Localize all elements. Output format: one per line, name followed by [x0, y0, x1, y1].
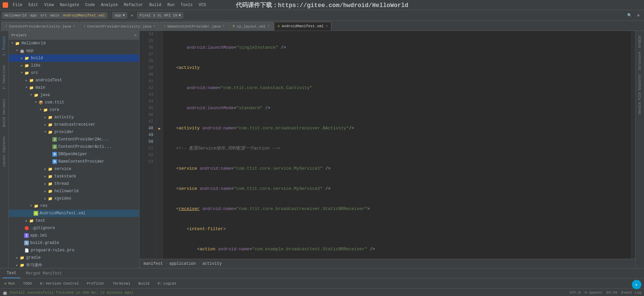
bottom-tab-vcs[interactable]: 9: Version Control: [38, 279, 81, 288]
project-breadcrumb[interactable]: HelloWorld › app › src › main › AndroidM…: [2, 12, 107, 18]
tree-appiml[interactable]: I app.iml: [9, 232, 139, 239]
tree-libs[interactable]: ▶ 📁 libs: [9, 62, 139, 69]
folder-icon-helloworld-pkg: 📁: [48, 188, 53, 194]
run-label: Run: [8, 282, 15, 286]
status-bar: 🤖 Install successfully finished in 456 m…: [0, 288, 644, 296]
bottom-tab-profiler[interactable]: Profiler: [85, 279, 107, 288]
tree-gradle2[interactable]: ▶ 📁 gradle: [9, 254, 139, 261]
tab-merged-manifest[interactable]: Merged Manifest: [22, 268, 66, 278]
status-line-col: 09:35: [606, 291, 618, 295]
app-dropdown[interactable]: app ▼: [112, 12, 127, 18]
tree-buildgradle[interactable]: G build.gradle: [9, 239, 139, 247]
menu-view[interactable]: View: [42, 2, 57, 8]
tab-label2: ContentProvider2Activity.java: [87, 25, 151, 29]
tab-close-btn[interactable]: ×: [73, 25, 75, 28]
tree-namecontentprovider[interactable]: N NameContentProvider: [9, 158, 139, 165]
tree-gitignore[interactable]: 🔴 .gitignore: [9, 224, 139, 232]
tree-src[interactable]: ▼ 📁 src: [9, 69, 139, 77]
run-button[interactable]: ▶: [128, 12, 136, 19]
tree-label-taskstack: taskstack: [54, 174, 76, 179]
menu-edit[interactable]: Edit: [26, 2, 41, 8]
status-indent[interactable]: 4 spaces: [585, 291, 602, 295]
tree-taskstack[interactable]: ▶ 📁 taskstack: [9, 173, 139, 180]
bottom-tab-run[interactable]: ▶ Run: [3, 279, 17, 288]
tree-helloworld[interactable]: ▼ 📁 HelloWorld: [9, 40, 139, 47]
tree-contentprovider[interactable]: J ContentProviderActi...: [9, 143, 139, 151]
sidebar-tab-favorites[interactable]: 2: Favorites: [2, 63, 7, 91]
sidebar-structure[interactable]: Structure: [637, 50, 642, 72]
tab-close-btn2[interactable]: ×: [153, 25, 155, 28]
tree-androidmanifest[interactable]: A AndroidManifest.xml: [9, 210, 139, 217]
tab-close-btn3[interactable]: ×: [223, 25, 225, 28]
tree-androidtest[interactable]: ▶ 📁 androidTest: [9, 77, 139, 84]
breadcrumb-activity[interactable]: activity: [202, 261, 222, 266]
menu-analyze[interactable]: Analyze: [98, 2, 120, 8]
tree-settings[interactable]: ⚙: [134, 33, 137, 37]
bottom-tab-todo[interactable]: TODO: [21, 279, 34, 288]
code-container[interactable]: 3435363738 3940414243 44454647 484950 51…: [140, 31, 635, 259]
tree-label-app: app: [26, 48, 34, 53]
tab-contentprovideractivity[interactable]: J ContentProviderActivity.java ×: [1, 22, 79, 31]
arrow-helloworld: ▼: [10, 42, 15, 45]
dropdown-arrow: ▼: [123, 13, 125, 17]
code-content[interactable]: android:launchMode="singleInstance" /> <…: [163, 31, 631, 259]
tree-app[interactable]: ▼ 🤖 app: [9, 47, 139, 54]
code-line-36: android:name="com.ttit.core.taskstack.Ca…: [166, 85, 629, 91]
bottom-tab-terminal[interactable]: Terminal: [111, 279, 132, 288]
tab-contentprovider2activity[interactable]: J ContentProvider2Activity.java ×: [79, 22, 159, 31]
tree-xgvideo[interactable]: ▶ 📁 xgvideo: [9, 195, 139, 202]
menu-tools[interactable]: Tools: [178, 2, 196, 8]
tree-activity[interactable]: ▶ 📁 activity: [9, 114, 139, 121]
tab-cplayout[interactable]: X cp_layout.xml ×: [229, 22, 273, 31]
search-button[interactable]: 🔍: [626, 12, 633, 19]
device-dropdown[interactable]: Pixel 3 XL API 29 ▼: [137, 12, 183, 18]
device-arrow: ▼: [179, 13, 181, 17]
tree-comttit[interactable]: ▼ 📦 com.ttit: [9, 99, 139, 106]
sidebar-tab-layout-captures[interactable]: Layout Captures: [2, 134, 7, 169]
menu-file[interactable]: File: [10, 2, 25, 8]
breadcrumb-sep1: ›: [165, 261, 167, 266]
tree-broadcastreceiver[interactable]: ▶ 📁 broadcastreceiver: [9, 121, 139, 128]
tree-core[interactable]: ▼ 📁 core: [9, 106, 139, 114]
sidebar-gradle[interactable]: Gradle: [637, 34, 642, 50]
menu-navigate[interactable]: Navigate: [57, 2, 82, 8]
tree-test[interactable]: ▶ 📁 test: [9, 217, 139, 224]
status-encoding[interactable]: UTF-8: [570, 291, 581, 295]
tree-thread[interactable]: ▶ 📁 thread: [9, 180, 139, 187]
menu-run[interactable]: Run: [165, 2, 177, 8]
bottom-tab-build[interactable]: Build: [137, 279, 152, 288]
tab-text[interactable]: Text: [3, 268, 20, 278]
tree-contentprovider2[interactable]: J ContentProvider2Ac...: [9, 136, 139, 143]
tree-label-db: DBOpenHelper: [58, 152, 87, 157]
tab-close-btn4[interactable]: ×: [268, 25, 270, 28]
tree-build[interactable]: ▶ 📁 build: [9, 54, 139, 62]
tree-service[interactable]: ▶ 📁 service: [9, 165, 139, 173]
status-event-log[interactable]: Event Log: [622, 291, 641, 295]
bottom-tab-logcat[interactable]: 6: Logcat: [156, 279, 179, 288]
tree-helloworld-pkg[interactable]: ▶ 📁 helloworld: [9, 187, 139, 195]
tree-res[interactable]: ▼ 📁 res: [9, 202, 139, 210]
vcs-label: Version Control: [46, 282, 79, 286]
sidebar-device-file[interactable]: Device File Explorer: [637, 72, 642, 116]
bilibili-button[interactable]: ▶: [632, 280, 641, 289]
tree-proguard[interactable]: 📄 proguard-rules.pro: [9, 247, 139, 254]
menu-refactor[interactable]: Refactor: [121, 2, 146, 8]
tree-java[interactable]: ▼ 📁 java: [9, 91, 139, 99]
menu-code[interactable]: Code: [83, 2, 98, 8]
breadcrumb-manifest[interactable]: manifest: [144, 261, 163, 266]
tree-xuexikejian[interactable]: ▶ 📁 学习课件: [9, 261, 139, 268]
tree-main[interactable]: ▼ 📁 main: [9, 84, 139, 91]
breadcrumb-application[interactable]: application: [169, 261, 196, 266]
settings-button[interactable]: ⚙: [635, 12, 642, 19]
sidebar-tab-project[interactable]: 1: Project: [2, 34, 7, 58]
sidebar-tab-build-variants[interactable]: Build Variants: [2, 97, 7, 129]
tab-androidmanifest[interactable]: A AndroidManifest.xml ×: [274, 22, 331, 31]
tree-dbopenhelper[interactable]: D DBOpenHelper: [9, 151, 139, 158]
editor-scrollbar[interactable]: [631, 31, 635, 259]
tab-close-btn5[interactable]: ×: [326, 25, 328, 28]
menu-vcs[interactable]: VCS: [196, 2, 209, 8]
tab-namecontentprovider[interactable]: J NameContentProvider.java ×: [160, 22, 228, 31]
tree-provider[interactable]: ▼ 📁 provider: [9, 128, 139, 136]
build-label: Build: [139, 282, 150, 286]
menu-build[interactable]: Build: [147, 2, 164, 8]
